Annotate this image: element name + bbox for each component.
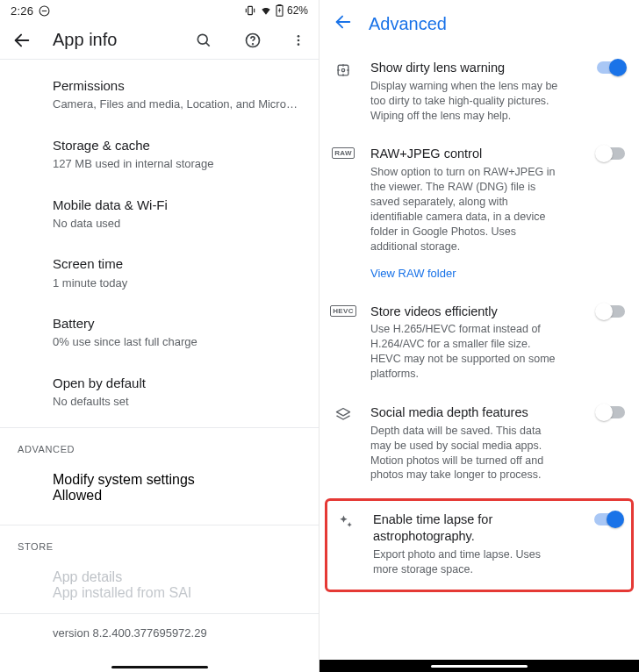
- svg-marker-22: [337, 408, 350, 415]
- toggle-dirty-lens[interactable]: [597, 61, 625, 74]
- status-bar: 2:26 62%: [0, 0, 319, 21]
- row-app-details[interactable]: App details App installed from SAI: [0, 557, 319, 613]
- svg-line-9: [206, 42, 210, 46]
- gesture-bar: [111, 666, 208, 668]
- advanced-list: Show dirty lens warning Display warning …: [320, 46, 639, 592]
- row-title: Screen time: [53, 255, 301, 273]
- dnd-icon: [39, 5, 50, 17]
- row-title: App details: [53, 569, 301, 585]
- row-title: RAW+JPEG control: [370, 146, 572, 162]
- svg-point-14: [298, 43, 300, 46]
- status-time: 2:26: [11, 4, 33, 18]
- view-raw-folder-link[interactable]: View RAW folder: [370, 267, 456, 280]
- row-title: Storage & cache: [53, 137, 301, 154]
- app-info-pane: 2:26 62% App in: [0, 0, 320, 672]
- row-sub: Camera, Files and media, Location, and M…: [53, 97, 301, 112]
- row-hevc[interactable]: HEVC Store videos efficiently Use H.265/…: [320, 293, 639, 394]
- row-title: Battery: [53, 315, 301, 332]
- row-title: Social media depth features: [370, 404, 572, 421]
- section-store: STORE: [0, 525, 319, 557]
- page-title: App info: [53, 30, 117, 50]
- search-icon[interactable]: [194, 31, 213, 50]
- back-arrow-icon[interactable]: [12, 31, 32, 50]
- row-sub: Display warning when the lens may be too…: [370, 79, 564, 124]
- svg-rect-16: [338, 65, 348, 75]
- overflow-icon[interactable]: [289, 31, 308, 50]
- status-battery-pct: 62%: [287, 4, 308, 17]
- toggle-astro[interactable]: [594, 513, 622, 525]
- battery-icon: [276, 4, 284, 17]
- row-sub: 1 minute today: [53, 275, 301, 291]
- row-sub: No defaults set: [53, 394, 301, 410]
- layers-icon: [334, 404, 353, 424]
- page-title: Advanced: [369, 14, 447, 34]
- nav-bar: [320, 660, 639, 672]
- wifi-icon: [260, 4, 272, 17]
- row-permissions[interactable]: Permissions Camera, Files and media, Loc…: [0, 65, 319, 125]
- svg-rect-2: [248, 6, 253, 14]
- row-title: Mobile data & Wi-Fi: [53, 197, 301, 214]
- highlight-box: Enable time lapse for astrophotography. …: [325, 498, 634, 591]
- hevc-icon: HEVC: [334, 304, 353, 317]
- svg-point-11: [253, 43, 254, 44]
- row-sub: 127 MB used in internal storage: [53, 156, 301, 172]
- section-advanced: ADVANCED: [0, 428, 319, 460]
- row-sub: App installed from SAI: [53, 585, 301, 601]
- svg-rect-6: [278, 4, 281, 5]
- vibrate-icon: [244, 4, 256, 17]
- row-battery[interactable]: Battery 0% use since last full charge: [0, 303, 319, 362]
- row-screentime[interactable]: Screen time 1 minute today: [0, 243, 319, 303]
- sparkle-icon: [336, 511, 355, 531]
- row-storage[interactable]: Storage & cache 127 MB used in internal …: [0, 125, 319, 184]
- svg-point-17: [341, 68, 344, 71]
- back-arrow-icon[interactable]: [334, 12, 353, 35]
- burst-icon: [334, 60, 353, 79]
- toggle-raw-jpeg[interactable]: [597, 147, 625, 160]
- raw-icon: RAW: [334, 146, 353, 159]
- toggle-hevc[interactable]: [597, 305, 625, 318]
- row-sub: Export photo and time lapse. Uses more s…: [373, 547, 566, 577]
- row-title: Enable time lapse for astrophotography.: [373, 511, 570, 545]
- row-open-by-default[interactable]: Open by default No defaults set: [0, 362, 319, 422]
- row-dirty-lens[interactable]: Show dirty lens warning Display warning …: [320, 49, 639, 135]
- row-title: Modify system settings: [53, 472, 301, 488]
- svg-point-13: [298, 39, 300, 41]
- row-data[interactable]: Mobile data & Wi-Fi No data used: [0, 184, 319, 244]
- svg-point-12: [298, 35, 300, 38]
- row-sub: No data used: [53, 216, 301, 232]
- row-sub: Show option to turn on RAW+JPEG in the v…: [370, 165, 564, 254]
- row-title: Open by default: [53, 375, 301, 392]
- row-title: Permissions: [53, 77, 301, 95]
- gesture-bar: [431, 665, 528, 668]
- app-info-header: App info: [0, 21, 319, 59]
- help-icon[interactable]: [243, 31, 262, 50]
- row-sub: 0% use since last full charge: [53, 334, 301, 350]
- row-sub: Use H.265/HEVC format instead of H.264/A…: [370, 322, 564, 382]
- row-title: Show dirty lens warning: [370, 60, 572, 76]
- advanced-header: Advanced: [320, 0, 639, 46]
- row-depth[interactable]: Social media depth features Depth data w…: [320, 394, 639, 495]
- row-raw-jpeg[interactable]: RAW RAW+JPEG control Show option to turn…: [320, 135, 639, 292]
- row-sub: Depth data will be saved. This data may …: [370, 424, 564, 483]
- row-modify-settings[interactable]: Modify system settings Allowed: [0, 460, 319, 516]
- app-version: version 8.2.400.377695972.29: [0, 614, 319, 648]
- toggle-depth[interactable]: [597, 406, 625, 418]
- row-title: Store videos efficiently: [370, 304, 572, 320]
- row-astro-timelapse[interactable]: Enable time lapse for astrophotography. …: [327, 501, 631, 589]
- camera-advanced-pane: Advanced Show dirty lens warning Display…: [320, 0, 639, 672]
- settings-list: Permissions Camera, Files and media, Loc…: [0, 60, 319, 648]
- row-sub: Allowed: [53, 488, 301, 504]
